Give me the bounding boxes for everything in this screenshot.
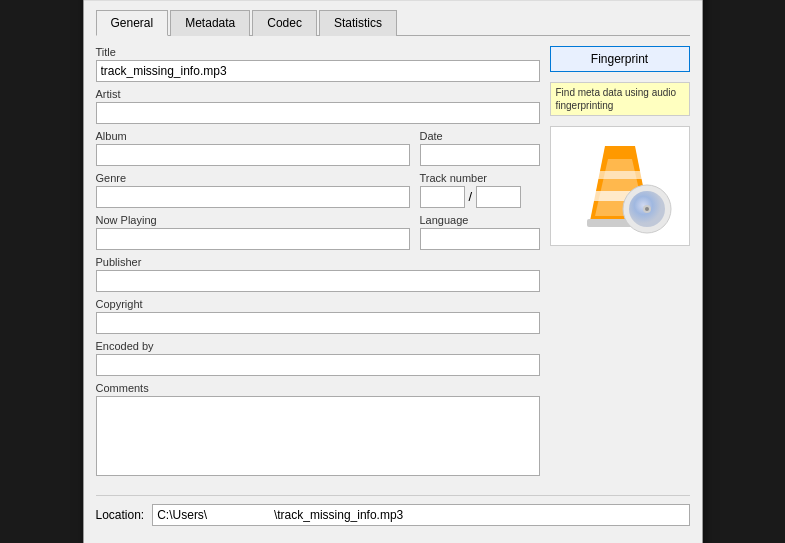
date-field-group: Date bbox=[420, 130, 540, 166]
date-input[interactable] bbox=[420, 144, 540, 166]
location-bar: Location: bbox=[96, 495, 690, 526]
comments-textarea[interactable] bbox=[96, 396, 540, 476]
genre-input[interactable] bbox=[96, 186, 410, 208]
track-number-label: Track number bbox=[420, 172, 540, 184]
copyright-label: Copyright bbox=[96, 298, 540, 310]
title-label: Title bbox=[96, 46, 540, 58]
language-input[interactable] bbox=[420, 228, 540, 250]
publisher-label: Publisher bbox=[96, 256, 540, 268]
media-info-window: Current Media Information − □ ✕ General … bbox=[83, 0, 703, 543]
track-number-row: / bbox=[420, 186, 540, 208]
copyright-field-group: Copyright bbox=[96, 298, 540, 334]
fingerprint-tooltip: Find meta data using audio fingerprintin… bbox=[550, 82, 690, 116]
now-playing-field-group: Now Playing bbox=[96, 214, 410, 250]
language-label: Language bbox=[420, 214, 540, 226]
now-playing-label: Now Playing bbox=[96, 214, 410, 226]
comments-label: Comments bbox=[96, 382, 540, 394]
album-input[interactable] bbox=[96, 144, 410, 166]
svg-point-12 bbox=[645, 207, 649, 211]
tab-bar: General Metadata Codec Statistics bbox=[96, 9, 690, 36]
vlc-logo-svg bbox=[565, 131, 675, 241]
form-left: Title Artist Album Date bbox=[96, 46, 540, 485]
language-field-group: Language bbox=[420, 214, 540, 250]
title-input[interactable] bbox=[96, 60, 540, 82]
tab-general[interactable]: General bbox=[96, 10, 169, 36]
genre-track-row: Genre Track number / bbox=[96, 172, 540, 208]
encoded-by-input[interactable] bbox=[96, 354, 540, 376]
album-label: Album bbox=[96, 130, 410, 142]
bottom-bar: Close bbox=[84, 538, 702, 544]
encoded-by-field-group: Encoded by bbox=[96, 340, 540, 376]
location-label: Location: bbox=[96, 508, 145, 522]
track-number-field-group: Track number / bbox=[420, 172, 540, 208]
tab-codec[interactable]: Codec bbox=[252, 10, 317, 36]
tab-statistics[interactable]: Statistics bbox=[319, 10, 397, 36]
location-input[interactable] bbox=[152, 504, 689, 526]
artist-field-group: Artist bbox=[96, 88, 540, 124]
nowplaying-language-row: Now Playing Language bbox=[96, 214, 540, 250]
form-section: Title Artist Album Date bbox=[96, 46, 690, 485]
comments-field-group: Comments bbox=[96, 382, 540, 479]
tab-metadata[interactable]: Metadata bbox=[170, 10, 250, 36]
form-right: Fingerprint Find meta data using audio f… bbox=[550, 46, 690, 485]
copyright-input[interactable] bbox=[96, 312, 540, 334]
genre-label: Genre bbox=[96, 172, 410, 184]
artist-label: Artist bbox=[96, 88, 540, 100]
encoded-by-label: Encoded by bbox=[96, 340, 540, 352]
album-date-row: Album Date bbox=[96, 130, 540, 166]
main-content: General Metadata Codec Statistics Title bbox=[84, 1, 702, 538]
track-number-input[interactable] bbox=[420, 186, 465, 208]
vlc-logo-area bbox=[550, 126, 690, 246]
title-field-group: Title bbox=[96, 46, 540, 82]
fingerprint-button[interactable]: Fingerprint bbox=[550, 46, 690, 72]
track-separator: / bbox=[469, 189, 473, 204]
track-total-input[interactable] bbox=[476, 186, 521, 208]
publisher-field-group: Publisher bbox=[96, 256, 540, 292]
now-playing-input[interactable] bbox=[96, 228, 410, 250]
svg-rect-7 bbox=[598, 171, 642, 179]
publisher-input[interactable] bbox=[96, 270, 540, 292]
date-label: Date bbox=[420, 130, 540, 142]
artist-input[interactable] bbox=[96, 102, 540, 124]
album-field-group: Album bbox=[96, 130, 410, 166]
genre-field-group: Genre bbox=[96, 172, 410, 208]
